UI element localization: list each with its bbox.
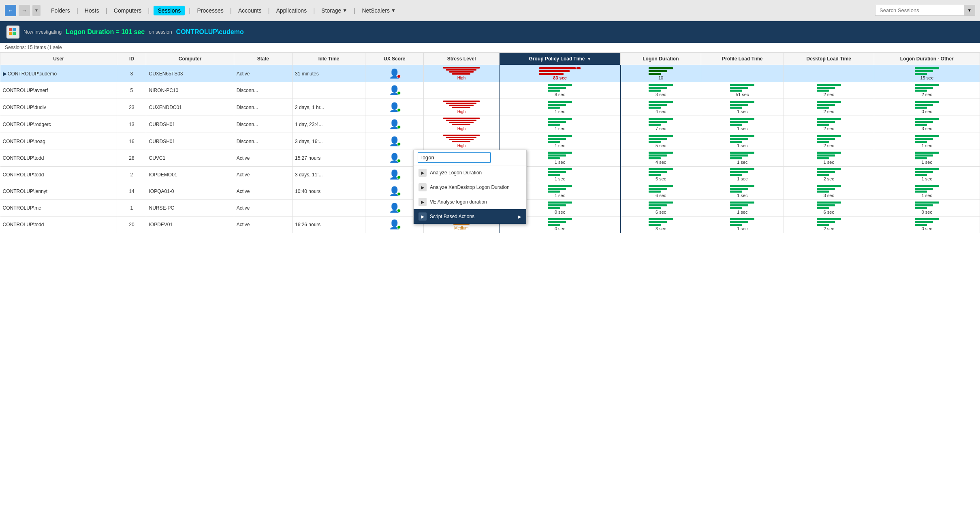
context-menu-item-analyze-logon[interactable]: ▶ Analyze Logon Duration <box>414 165 526 180</box>
controlup-logo-icon <box>8 27 18 37</box>
th-logon[interactable]: Logon Duration <box>621 53 701 65</box>
context-menu: ▶ Analyze Logon Duration ▶ Analyze XenDe… <box>413 150 527 224</box>
cell-profile: 1 sec <box>701 217 784 233</box>
nav-item-hosts[interactable]: Hosts <box>82 6 102 15</box>
cell-other: 0 sec <box>874 99 980 116</box>
cell-stress: High <box>424 65 500 82</box>
nav-sep-4: | <box>148 7 149 14</box>
cell-state: Disconn... <box>234 116 292 133</box>
info-bar-middle: on session <box>149 29 172 35</box>
cell-user: CONTROLUP\todd <box>0 167 117 183</box>
cell-profile: 1 sec <box>701 183 784 200</box>
table-row[interactable]: CONTROLUP\avnerf 5 NIRON-PC10 Disconn...… <box>0 82 980 99</box>
cell-idle: 2 days, 1 hr... <box>292 99 365 116</box>
cell-desktop: 2 sec <box>784 116 874 133</box>
th-state[interactable]: State <box>234 53 292 65</box>
cell-desktop <box>784 65 874 82</box>
nav-item-processes[interactable]: Processes <box>194 6 226 15</box>
cell-profile: 1 sec <box>701 167 784 183</box>
cell-gp: 8 sec <box>499 82 620 99</box>
nav-dropdown-button[interactable]: ▼ <box>32 5 41 16</box>
nav-item-storage[interactable]: Storage ▼ <box>319 6 350 15</box>
cell-stress: High <box>424 116 500 133</box>
th-desktop[interactable]: Desktop Load Time <box>784 53 874 65</box>
nav-fwd-button[interactable]: → <box>19 5 30 16</box>
nav-item-accounts[interactable]: Accounts <box>236 6 264 15</box>
cell-profile: 51 sec <box>701 82 784 99</box>
cell-computer: IOPDEMO01 <box>146 167 234 183</box>
cell-ux: 👤 <box>365 116 424 133</box>
context-menu-item-ve-analyse[interactable]: ▶ VE Analyse logon duration <box>414 195 526 209</box>
context-menu-search-input[interactable] <box>418 152 491 163</box>
cell-computer: CUXENDDC01 <box>146 99 234 116</box>
nav-sep-8: | <box>313 7 315 14</box>
nav-item-applications[interactable]: Applications <box>274 6 310 15</box>
cell-other: 0 sec <box>874 200 980 217</box>
nav-sep-9: | <box>354 7 355 14</box>
cell-id: 23 <box>117 99 146 116</box>
cell-computer: NURSE-PC <box>146 200 234 217</box>
cell-desktop: 2 sec <box>784 133 874 150</box>
status-bar: Sessions: 15 Items (1 sele <box>0 43 980 52</box>
th-gp[interactable]: Group Policy Load Time ▼ <box>499 53 620 65</box>
nav-sep-7: | <box>268 7 270 14</box>
cell-id: 16 <box>117 133 146 150</box>
nav-item-folders[interactable]: Folders <box>49 6 73 15</box>
cell-state: Active <box>234 183 292 200</box>
cell-logon: 5 sec <box>621 167 701 183</box>
cell-state: Active <box>234 200 292 217</box>
table-container[interactable]: User ID Computer State Idle Time UX Scor… <box>0 52 980 506</box>
cell-logon: 3 sec <box>621 217 701 233</box>
th-profile[interactable]: Profile Load Time <box>701 53 784 65</box>
context-menu-item-label: Analyze Logon Duration <box>430 170 482 176</box>
cell-state: Disconn... <box>234 99 292 116</box>
context-menu-item-label-3: VE Analyse logon duration <box>430 199 487 205</box>
cell-logon: 10 <box>621 65 701 82</box>
cell-desktop: 6 sec <box>784 200 874 217</box>
nav-item-netscalers[interactable]: NetScalers ▼ <box>359 6 398 15</box>
storage-chevron-icon: ▼ <box>342 8 347 13</box>
th-computer[interactable]: Computer <box>146 53 234 65</box>
th-stress[interactable]: Stress Level <box>424 53 500 65</box>
cell-other: 1 sec <box>874 150 980 167</box>
context-menu-item-script-actions[interactable]: ▶ Script Based Actions ▶ <box>414 209 526 224</box>
app-container: ← → ▼ Folders | Hosts | Computers | Sess… <box>0 0 980 506</box>
search-input[interactable] <box>875 5 964 16</box>
cell-other: 0 sec <box>874 217 980 233</box>
nav-item-sessions[interactable]: Sessions <box>154 6 185 15</box>
th-ux[interactable]: UX Score <box>365 53 424 65</box>
th-idle[interactable]: Idle Time <box>292 53 365 65</box>
table-row[interactable]: CONTROLUP\dudiv 23 CUXENDDC01 Disconn...… <box>0 99 980 116</box>
th-id[interactable]: ID <box>117 53 146 65</box>
cell-computer: IOPDEV01 <box>146 217 234 233</box>
cell-desktop: 3 sec <box>784 183 874 200</box>
context-menu-item-label-2: Analyze XenDesktop Logon Duration <box>430 184 510 190</box>
cell-computer: NIRON-PC10 <box>146 82 234 99</box>
cell-gp: 1 sec <box>499 133 620 150</box>
nav-item-computers[interactable]: Computers <box>111 6 144 15</box>
th-user[interactable]: User <box>0 53 117 65</box>
info-bar-value: Logon Duration = 101 sec <box>66 28 145 36</box>
cell-idle: 16:26 hours <box>292 217 365 233</box>
analyze-xendesktop-icon: ▶ <box>418 183 427 191</box>
cell-user: CONTROLUP\jennyt <box>0 183 117 200</box>
nav-back-button[interactable]: ← <box>5 5 16 16</box>
cell-logon: 6 sec <box>621 183 701 200</box>
cell-computer: CUXEN65TS03 <box>146 65 234 82</box>
context-menu-overlay: ▶ Analyze Logon Duration ▶ Analyze XenDe… <box>413 150 527 224</box>
table-row[interactable]: ▶ CONTROLUP\cudemo 3 CUXEN65TS03 Active … <box>0 65 980 82</box>
svg-rect-1 <box>13 28 16 31</box>
nav-sep-6: | <box>230 7 232 14</box>
th-other[interactable]: Logon Duration - Other <box>874 53 980 65</box>
cell-computer: CUVC1 <box>146 150 234 167</box>
cell-gp: 1 sec <box>499 99 620 116</box>
cell-id: 2 <box>117 167 146 183</box>
search-dropdown-button[interactable]: ▼ <box>964 5 975 16</box>
table-row[interactable]: CONTROLUP\noag 16 CURDSH01 Disconn... 3 … <box>0 133 980 150</box>
context-menu-item-analyze-xendesktop[interactable]: ▶ Analyze XenDesktop Logon Duration <box>414 180 526 195</box>
cell-desktop: 2 sec <box>784 99 874 116</box>
cell-id: 20 <box>117 217 146 233</box>
table-row[interactable]: CONTROLUP\rodgerc 13 CURDSH01 Disconn...… <box>0 116 980 133</box>
cell-logon: 3 sec <box>621 82 701 99</box>
cell-other: 15 sec <box>874 65 980 82</box>
